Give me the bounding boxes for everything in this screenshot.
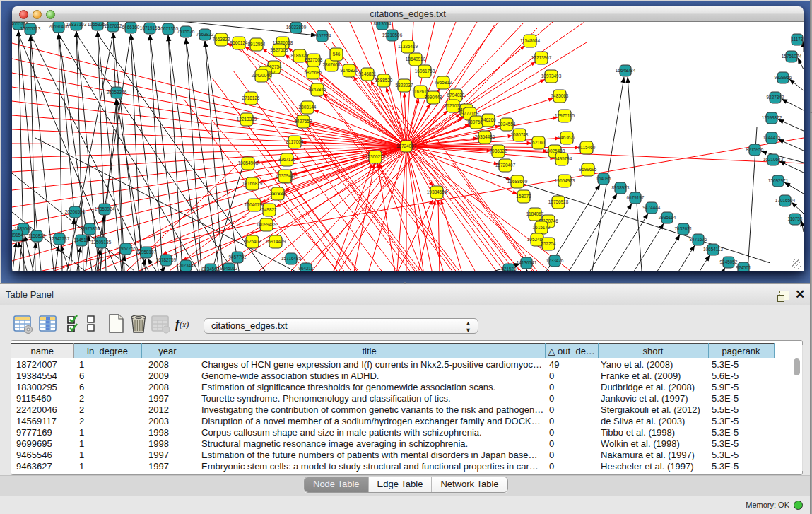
svg-text:8813054: 8813054 [374, 22, 392, 26]
svg-text:5875685: 5875685 [305, 70, 322, 75]
svg-text:2867608: 2867608 [323, 62, 341, 67]
svg-text:7986322: 7986322 [490, 148, 507, 153]
svg-text:15716485: 15716485 [281, 256, 302, 261]
svg-text:14136141: 14136141 [517, 260, 537, 265]
svg-text:10756928: 10756928 [548, 199, 569, 204]
svg-text:18724007: 18724007 [396, 144, 417, 148]
svg-text:7357224: 7357224 [314, 33, 331, 38]
svg-text:7485063: 7485063 [551, 93, 569, 98]
svg-text:9474444: 9474444 [643, 205, 661, 210]
svg-text:9146821: 9146821 [359, 71, 377, 76]
svg-text:8938923: 8938923 [612, 185, 630, 190]
svg-text:12093872: 12093872 [762, 115, 782, 120]
svg-text:53594: 53594 [278, 173, 291, 178]
svg-text:1588520: 1588520 [375, 78, 393, 83]
svg-text:8912954: 8912954 [248, 42, 266, 47]
svg-text:22420046: 22420046 [252, 73, 272, 78]
svg-text:39154: 39154 [12, 233, 23, 238]
svg-text:1615172: 1615172 [533, 225, 551, 230]
svg-text:16033809: 16033809 [286, 25, 307, 30]
svg-text:7632621: 7632621 [675, 226, 693, 231]
svg-text:8234562: 8234562 [202, 267, 220, 271]
svg-text:10654112: 10654112 [703, 247, 723, 252]
svg-text:12213967: 12213967 [531, 55, 552, 60]
svg-text:11325419: 11325419 [398, 44, 418, 49]
svg-text:3024554: 3024554 [498, 122, 516, 127]
svg-text:15720407: 15720407 [495, 163, 516, 168]
svg-text:7515526: 7515526 [177, 29, 195, 34]
svg-text:8990448: 8990448 [425, 95, 442, 100]
svg-text:546: 546 [333, 52, 341, 57]
svg-text:16961758: 16961758 [415, 69, 435, 74]
svg-text:20206536: 20206536 [65, 209, 86, 214]
svg-text:19384554: 19384554 [427, 189, 447, 194]
svg-text:164095: 164095 [596, 176, 611, 181]
svg-text:8471676: 8471676 [690, 237, 707, 242]
svg-text:8215956: 8215956 [746, 147, 764, 152]
svg-text:12055713: 12055713 [20, 26, 41, 31]
svg-text:12342737: 12342737 [49, 236, 70, 241]
svg-text:9146821: 9146821 [341, 68, 358, 73]
svg-text:9457791: 9457791 [229, 255, 247, 259]
svg-text:10719155: 10719155 [140, 25, 160, 30]
svg-text:7625402: 7625402 [244, 239, 261, 244]
svg-text:16914479: 16914479 [266, 239, 286, 244]
svg-text:9227342: 9227342 [767, 95, 784, 100]
svg-text:11548084: 11548084 [520, 38, 540, 43]
svg-text:9327508: 9327508 [305, 57, 323, 62]
svg-text:16495794: 16495794 [552, 156, 572, 161]
svg-text:158072: 158072 [516, 194, 531, 199]
svg-text:16648784: 16648784 [616, 68, 636, 73]
svg-text:62160: 62160 [532, 140, 545, 145]
svg-text:12505135: 12505135 [91, 240, 112, 245]
svg-text:1527602: 1527602 [105, 23, 122, 28]
svg-text:9463627: 9463627 [558, 135, 576, 140]
svg-text:5322037: 5322037 [396, 83, 413, 88]
svg-text:1733426: 1733426 [546, 258, 564, 263]
svg-text:6794028: 6794028 [447, 93, 465, 98]
svg-text:17359924: 17359924 [95, 206, 115, 211]
svg-text:9245052: 9245052 [720, 259, 738, 264]
svg-text:15300275: 15300275 [365, 154, 386, 159]
svg-text:11173: 11173 [792, 37, 804, 42]
svg-text:10671355: 10671355 [158, 26, 179, 31]
svg-text:9777169: 9777169 [461, 111, 479, 116]
svg-text:19166829: 19166829 [242, 181, 263, 186]
svg-text:16210643: 16210643 [763, 157, 784, 162]
svg-text:1156829: 1156829 [28, 233, 46, 238]
svg-text:9245012: 9245012 [220, 266, 238, 271]
svg-text:9560124: 9560124 [230, 40, 248, 45]
svg-text:252254: 252254 [541, 241, 556, 246]
svg-text:14099489: 14099489 [257, 222, 277, 227]
svg-text:9117004: 9117004 [286, 139, 304, 144]
svg-text:1080748: 1080748 [511, 132, 529, 137]
svg-text:887833: 887833 [270, 191, 286, 196]
svg-text:6679197: 6679197 [627, 195, 645, 200]
svg-text:116753: 116753 [788, 216, 803, 221]
svg-text:20364486: 20364486 [475, 134, 495, 139]
svg-text:7663822: 7663822 [213, 37, 230, 42]
svg-text:746266: 746266 [481, 117, 496, 122]
svg-text:12213389: 12213389 [237, 117, 257, 122]
svg-text:15751074: 15751074 [782, 54, 802, 59]
svg-text:114519: 114519 [74, 238, 89, 243]
svg-text:2803144: 2803144 [299, 105, 317, 110]
svg-text:23975867: 23975867 [80, 226, 100, 231]
svg-text:421523: 421523 [501, 267, 517, 271]
svg-text:2718126: 2718126 [242, 95, 260, 100]
svg-text:12975115: 12975115 [555, 113, 575, 118]
svg-text:17016504: 17016504 [775, 198, 796, 203]
svg-text:6466160: 6466160 [122, 25, 140, 30]
svg-text:924501: 924501 [736, 265, 751, 270]
svg-text:9329966: 9329966 [775, 75, 792, 80]
svg-text:10854908: 10854908 [238, 160, 259, 165]
svg-text:15692971: 15692971 [768, 178, 789, 183]
svg-text:18640910: 18640910 [406, 57, 426, 62]
svg-text:9242845: 9242845 [309, 87, 326, 92]
svg-text:17957255: 17957255 [116, 246, 136, 251]
svg-text:26053346: 26053346 [107, 90, 127, 95]
svg-text:19654923: 19654923 [555, 178, 575, 183]
svg-text:16782759: 16782759 [156, 257, 177, 262]
svg-text:19218506: 19218506 [382, 33, 403, 37]
svg-text:8427552: 8427552 [295, 119, 312, 124]
